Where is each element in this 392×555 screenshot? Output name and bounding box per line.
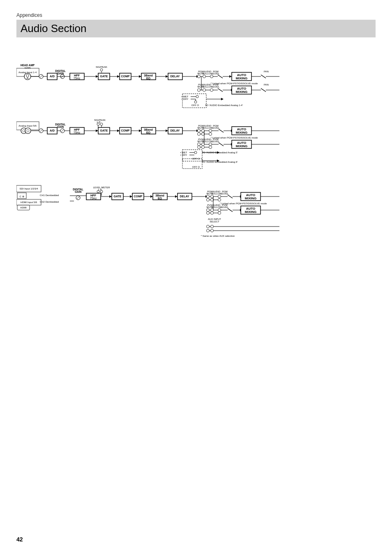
svg-marker-237 [109, 195, 112, 198]
svg-point-153 [202, 133, 205, 136]
svg-text:3Band: 3Band [155, 194, 164, 197]
svg-point-95 [194, 101, 197, 103]
svg-marker-135 [139, 130, 141, 132]
svg-point-92 [196, 95, 198, 98]
svg-text:LEVEL: LEVEL [221, 206, 229, 208]
svg-line-55 [218, 75, 223, 78]
svg-point-289 [211, 212, 214, 215]
svg-line-63 [261, 75, 266, 78]
svg-point-104 [25, 128, 31, 134]
svg-text:TO 'AUDIO Embedded Analog 1-4': TO 'AUDIO Embedded Analog 1-4' [205, 104, 243, 106]
svg-text:GATE: GATE [100, 75, 108, 78]
svg-marker-131 [117, 130, 120, 132]
svg-text:MIXING: MIXING [245, 210, 256, 214]
svg-marker-57 [229, 75, 232, 78]
svg-line-86 [261, 88, 266, 92]
svg-text:Analog Input 5/6: Analog Input 5/6 [18, 125, 37, 127]
svg-point-288 [207, 212, 210, 215]
svg-text:FOLLOW: FOLLOW [202, 127, 213, 129]
svg-point-312 [207, 229, 210, 232]
breadcrumb: Appendices [16, 12, 376, 18]
svg-text:3Band: 3Band [144, 128, 152, 131]
svg-text:HPF: HPF [90, 194, 97, 197]
svg-text:FOLLOW: FOLLOW [202, 86, 213, 88]
svg-point-119 [97, 123, 99, 125]
svg-text:DELAY: DELAY [180, 195, 189, 198]
section-title: Audio Section [21, 22, 86, 35]
page: Appendices Audio Section Analog Input 1-… [0, 0, 392, 555]
svg-text:GATE: GATE [114, 195, 122, 198]
svg-text:HDMI Input 5/6: HDMI Input 5/6 [21, 201, 37, 204]
svg-point-269 [218, 199, 221, 201]
block-diagram-svg: Analog Input 1-4 HEAD AMP GAIN A/D DIGIT… [16, 46, 378, 301]
svg-marker-241 [130, 195, 132, 198]
svg-point-47 [203, 75, 206, 78]
svg-text:COMP: COMP [121, 129, 130, 132]
svg-text:75Hz: 75Hz [74, 131, 81, 134]
svg-text:FOLLOW: FOLLOW [211, 206, 222, 208]
svg-text:HPF: HPF [74, 74, 80, 77]
svg-text:3Band: 3Band [144, 74, 152, 77]
svg-text:OFF O: OFF O [191, 104, 199, 106]
svg-point-308 [207, 225, 210, 228]
svg-text:LEVEL: LEVEL [212, 86, 220, 88]
svg-point-68 [198, 89, 201, 92]
svg-text:FOLLOW: FOLLOW [202, 140, 213, 143]
svg-text:COMP: COMP [121, 75, 130, 78]
svg-point-159 [209, 133, 212, 136]
svg-text:75Hz: 75Hz [74, 77, 81, 80]
svg-text:GATE: GATE [100, 129, 108, 132]
svg-point-295 [218, 212, 221, 215]
svg-text:* Linked when PGM-PST/DISSOLVE: * Linked when PGM-PST/DISSOLVE mode [211, 82, 258, 85]
svg-text:LEVEL: LEVEL [221, 192, 229, 195]
svg-text:SIG/PEAK: SIG/PEAK [96, 66, 107, 68]
svg-text:LEVEL: LEVEL [212, 127, 220, 129]
svg-line-299 [228, 208, 233, 212]
svg-text:FOLLOW: FOLLOW [211, 192, 222, 195]
svg-marker-29 [117, 75, 120, 78]
svg-point-74 [210, 89, 213, 92]
svg-point-151 [198, 133, 201, 136]
svg-text:MIXING: MIXING [245, 197, 256, 200]
svg-text:LEVEL: LEVEL [212, 140, 220, 143]
svg-text:MIXING: MIXING [236, 90, 247, 94]
svg-point-263 [211, 199, 214, 201]
svg-text:EQ: EQ [146, 77, 151, 80]
svg-point-257 [207, 195, 210, 198]
svg-point-45 [198, 75, 201, 78]
svg-text:EQ: EQ [158, 197, 162, 200]
svg-point-178 [198, 146, 201, 149]
svg-point-174 [198, 143, 201, 146]
diagram-area: Analog Input 1-4 HEAD AMP GAIN A/D DIGIT… [16, 46, 376, 301]
svg-point-310 [211, 225, 214, 228]
svg-point-259 [211, 195, 214, 198]
svg-marker-100 [221, 98, 224, 100]
svg-point-286 [211, 209, 214, 212]
svg-point-314 [211, 229, 214, 232]
svg-point-267 [218, 195, 221, 198]
svg-marker-33 [139, 75, 141, 78]
svg-text:* Same as video AUX selection: * Same as video AUX selection [201, 235, 235, 237]
svg-point-149 [202, 130, 205, 132]
svg-marker-38 [166, 75, 168, 78]
svg-point-284 [207, 209, 210, 212]
section-title-bar: Audio Section [16, 20, 376, 37]
svg-point-70 [203, 89, 206, 92]
svg-marker-127 [96, 130, 98, 132]
svg-line-273 [228, 195, 233, 198]
svg-marker-140 [166, 130, 168, 132]
svg-marker-250 [175, 195, 178, 198]
svg-point-51 [210, 75, 213, 78]
svg-text:EQ: EQ [146, 131, 151, 134]
svg-text:CH1 Dembedded: CH1 Dembedded [40, 194, 59, 197]
svg-text:PAN: PAN [264, 83, 269, 86]
svg-marker-25 [96, 75, 98, 78]
svg-point-183 [209, 143, 212, 146]
svg-point-176 [202, 143, 205, 146]
svg-text:FOLLOW: FOLLOW [202, 72, 213, 75]
svg-text:LEVEL: LEVEL [212, 72, 220, 75]
page-number: 42 [16, 536, 23, 543]
svg-text:MIXING: MIXING [236, 131, 247, 134]
svg-text:MIXING: MIXING [236, 144, 247, 148]
svg-text:HPF: HPF [74, 128, 80, 131]
